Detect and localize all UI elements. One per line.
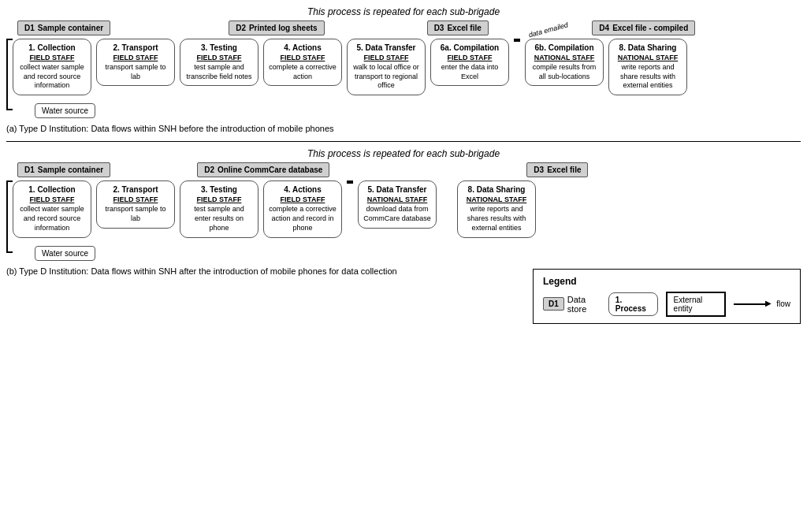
process-4-a: 4. Actions FIELD STAFF complete a correc… bbox=[263, 39, 342, 86]
section-a: This process is repeated for each sub-br… bbox=[6, 6, 801, 135]
data-store-d3-a: D3 Excel file bbox=[427, 20, 489, 35]
processes-row-b: 1. Collection FIELD STAFF collect water … bbox=[13, 180, 801, 237]
bottom-section: (b) Type D Institution: Data flows withi… bbox=[6, 261, 801, 324]
process-3-a: 3. Testing FIELD STAFF test sample and t… bbox=[180, 39, 258, 86]
process-1-b: 1. Collection FIELD STAFF collect water … bbox=[13, 180, 91, 237]
process-1-a: 1. Collection FIELD STAFF collect water … bbox=[13, 39, 91, 95]
processes-row-a: 1. Collection FIELD STAFF collect water … bbox=[13, 39, 801, 95]
process-8-b: 8. Data Sharing NATIONAL STAFF write rep… bbox=[457, 180, 536, 237]
process-8-a: 8. Data Sharing NATIONAL STAFF write rep… bbox=[608, 39, 687, 95]
legend-row: D1 Data store 1. Process External entity… bbox=[543, 292, 790, 317]
legend-title: Legend bbox=[543, 276, 790, 287]
bracket-right-a bbox=[514, 39, 520, 42]
bracket-left-a bbox=[6, 39, 13, 110]
process-5-a: 5. Data Transfer FIELD STAFF walk to loc… bbox=[347, 39, 426, 95]
divider bbox=[6, 141, 801, 142]
legend-external-box: External entity bbox=[666, 292, 727, 317]
process-6a-a: 6a. Compilation FIELD STAFF enter the da… bbox=[430, 39, 509, 86]
process-5-b: 5. Data Transfer NATIONAL STAFF download… bbox=[358, 180, 437, 228]
data-store-d1-b: D1 Sample container bbox=[17, 162, 110, 177]
legend-process-box: 1. Process bbox=[608, 292, 658, 316]
legend-flow-label: flow bbox=[776, 299, 790, 308]
data-store-d1-a: D1 Sample container bbox=[17, 20, 110, 35]
legend-box: Legend D1 Data store 1. Process External… bbox=[533, 269, 801, 324]
caption-b: (b) Type D Institution: Data flows withi… bbox=[6, 266, 525, 277]
process-2-b: 2. Transport FIELD STAFF transport sampl… bbox=[96, 180, 175, 228]
bracket-right-b bbox=[347, 180, 353, 184]
diagram-container: This process is repeated for each sub-br… bbox=[6, 6, 801, 324]
caption-a: (a) Type D Institution: Data flows withi… bbox=[6, 123, 801, 135]
process-6b-a: 6b. Compilation NATIONAL STAFF compile r… bbox=[525, 39, 604, 86]
bottom-left: (b) Type D Institution: Data flows withi… bbox=[6, 261, 525, 324]
data-email-label: data emailed bbox=[527, 20, 568, 39]
legend-flow: flow bbox=[734, 299, 790, 308]
repeat-label-b: This process is repeated for each sub-br… bbox=[6, 148, 801, 159]
process-4-b: 4. Actions FIELD STAFF complete a correc… bbox=[263, 180, 342, 237]
data-store-d2-a: D2 Printed log sheets bbox=[229, 20, 324, 35]
arrow-line bbox=[734, 303, 765, 305]
bracket-left-b bbox=[6, 180, 13, 252]
water-source-a: Water source bbox=[35, 103, 95, 118]
repeat-label-a: This process is repeated for each sub-br… bbox=[6, 6, 801, 17]
section-b: This process is repeated for each sub-br… bbox=[6, 148, 801, 323]
legend-data-store: D1 Data store bbox=[543, 295, 601, 314]
data-store-d3-b: D3 Excel file bbox=[526, 162, 588, 177]
data-store-d4-a: D4 Excel file - compiled bbox=[592, 20, 695, 35]
legend-ds-box: D1 bbox=[543, 297, 564, 311]
legend-ds-label: Data store bbox=[567, 295, 601, 314]
data-store-d2-b: D2 Online CommCare database bbox=[197, 162, 329, 177]
water-source-b: Water source bbox=[35, 246, 95, 261]
process-2-a: 2. Transport FIELD STAFF transport sampl… bbox=[96, 39, 175, 86]
process-3-b: 3. Testing FIELD STAFF test sample and e… bbox=[180, 180, 258, 237]
